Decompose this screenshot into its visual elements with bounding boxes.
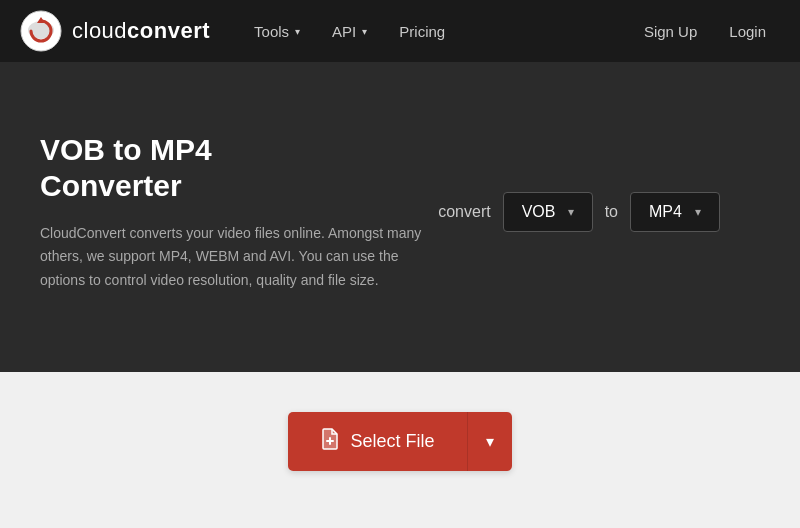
bottom-section: Select File ▾ xyxy=(0,372,800,511)
tools-arrow-icon: ▾ xyxy=(295,26,300,37)
to-format-chevron-icon: ▾ xyxy=(695,205,701,219)
nav-pricing[interactable]: Pricing xyxy=(385,15,459,48)
select-file-container: Select File ▾ xyxy=(288,412,511,471)
select-file-label: Select File xyxy=(350,431,434,452)
to-format-button[interactable]: MP4 ▾ xyxy=(630,192,720,232)
select-file-dropdown-button[interactable]: ▾ xyxy=(468,412,512,471)
brand-bold: convert xyxy=(127,18,210,43)
nav-tools[interactable]: Tools ▾ xyxy=(240,15,314,48)
select-file-dropdown-icon: ▾ xyxy=(486,432,494,451)
nav-right: Sign Up Login xyxy=(630,15,780,48)
hero-description: CloudConvert converts your video files o… xyxy=(40,222,438,291)
hero-left: VOB to MP4 Converter CloudConvert conver… xyxy=(40,132,438,291)
from-format-button[interactable]: VOB ▾ xyxy=(503,192,593,232)
api-arrow-icon: ▾ xyxy=(362,26,367,37)
nav-login[interactable]: Login xyxy=(715,15,780,48)
nav-links: Tools ▾ API ▾ Pricing xyxy=(240,15,630,48)
brand-logo[interactable]: cloudconvert xyxy=(20,10,210,52)
brand-prefix: cloud xyxy=(72,18,127,43)
navbar: cloudconvert Tools ▾ API ▾ Pricing Sign … xyxy=(0,0,800,62)
nav-api[interactable]: API ▾ xyxy=(318,15,381,48)
hero-section: VOB to MP4 Converter CloudConvert conver… xyxy=(0,62,800,372)
hero-title: VOB to MP4 Converter xyxy=(40,132,438,204)
from-format-label: VOB xyxy=(522,203,556,221)
to-label: to xyxy=(605,203,618,221)
file-icon-svg xyxy=(320,428,340,450)
convert-label: convert xyxy=(438,203,490,221)
file-plus-icon xyxy=(320,428,340,455)
to-format-label: MP4 xyxy=(649,203,682,221)
select-file-button[interactable]: Select File xyxy=(288,412,467,471)
from-format-chevron-icon: ▾ xyxy=(568,205,574,219)
nav-signup[interactable]: Sign Up xyxy=(630,15,711,48)
hero-converter: convert VOB ▾ to MP4 ▾ xyxy=(438,192,720,232)
logo-icon xyxy=(20,10,62,52)
